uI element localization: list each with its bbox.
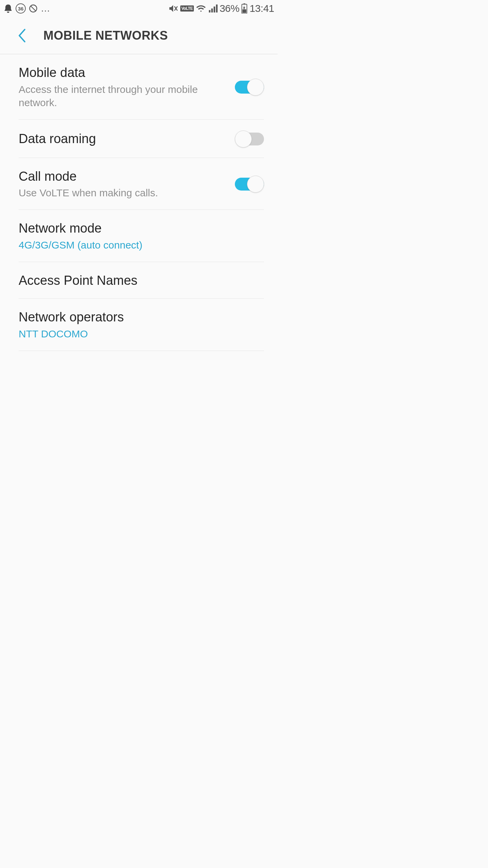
- setting-title: Call mode: [19, 169, 228, 184]
- svg-line-1: [31, 6, 36, 11]
- app-notification-icon: [3, 4, 13, 13]
- setting-subtitle: Access the internet through your mobile …: [19, 83, 228, 109]
- battery-percent: 36%: [220, 3, 240, 14]
- blocking-mode-icon: [28, 4, 38, 13]
- setting-text: Network mode 4G/3G/GSM (auto connect): [19, 221, 264, 252]
- page-title: MOBILE NETWORKS: [43, 28, 168, 43]
- call-mode-toggle[interactable]: [235, 176, 264, 193]
- setting-text: Data roaming: [19, 131, 228, 147]
- volte-icon: VoLTE: [180, 5, 194, 12]
- setting-text: Network operators NTT DOCOMO: [19, 310, 264, 340]
- svg-rect-5: [244, 3, 245, 4]
- setting-network-operators[interactable]: Network operators NTT DOCOMO: [19, 299, 264, 351]
- setting-value: NTT DOCOMO: [19, 327, 264, 340]
- chevron-left-icon: [18, 28, 26, 43]
- setting-data-roaming[interactable]: Data roaming: [19, 120, 264, 158]
- toggle-knob: [247, 176, 264, 193]
- clock: 13:41: [249, 3, 274, 14]
- setting-text: Mobile data Access the internet through …: [19, 65, 228, 109]
- setting-title: Network mode: [19, 221, 264, 236]
- mute-vibrate-icon: [168, 3, 178, 14]
- setting-access-point-names[interactable]: Access Point Names: [19, 262, 264, 299]
- battery-charging-icon: [241, 3, 247, 14]
- status-left-group: 36 …: [3, 3, 51, 14]
- notification-count-icon: 36: [16, 3, 26, 14]
- more-notifications-icon: …: [41, 4, 51, 13]
- setting-title: Network operators: [19, 310, 264, 325]
- svg-rect-6: [243, 9, 246, 13]
- setting-title: Access Point Names: [19, 273, 264, 289]
- setting-value: 4G/3G/GSM (auto connect): [19, 238, 264, 252]
- setting-call-mode[interactable]: Call mode Use VoLTE when making calls.: [19, 158, 264, 210]
- setting-network-mode[interactable]: Network mode 4G/3G/GSM (auto connect): [19, 210, 264, 262]
- setting-mobile-data[interactable]: Mobile data Access the internet through …: [19, 54, 264, 120]
- mobile-data-toggle[interactable]: [235, 79, 264, 96]
- back-button[interactable]: [17, 27, 27, 44]
- toggle-knob: [235, 131, 252, 147]
- setting-text: Access Point Names: [19, 273, 264, 289]
- setting-title: Data roaming: [19, 131, 228, 147]
- signal-icon: [208, 4, 218, 13]
- app-header: MOBILE NETWORKS: [0, 17, 278, 54]
- setting-subtitle: Use VoLTE when making calls.: [19, 186, 228, 199]
- setting-text: Call mode Use VoLTE when making calls.: [19, 169, 228, 200]
- data-roaming-toggle[interactable]: [235, 131, 264, 147]
- status-bar: 36 … VoLTE 36% 13:41: [0, 0, 278, 17]
- toggle-knob: [247, 79, 264, 96]
- settings-list: Mobile data Access the internet through …: [0, 54, 278, 351]
- status-right-group: VoLTE 36% 13:41: [168, 3, 274, 14]
- setting-title: Mobile data: [19, 65, 228, 81]
- wifi-icon: [196, 3, 206, 14]
